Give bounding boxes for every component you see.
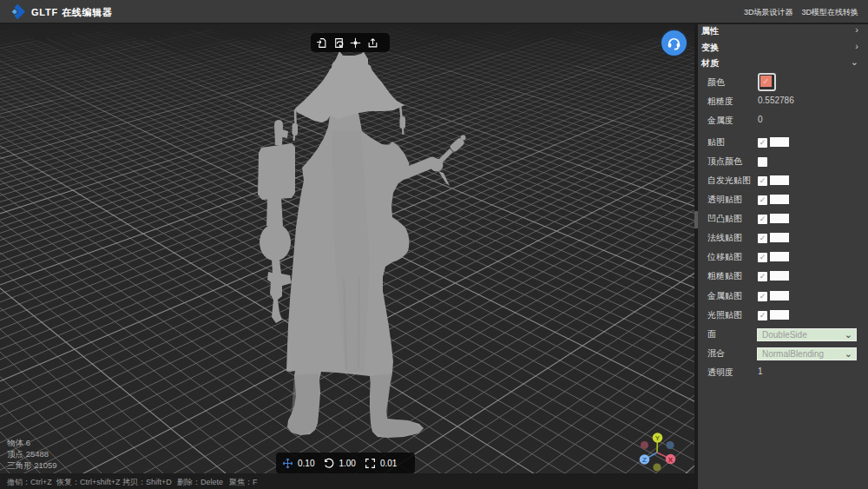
svg-text:Z: Z [642,456,647,464]
svg-text:Y: Y [655,434,661,442]
svg-text:X: X [668,456,674,464]
